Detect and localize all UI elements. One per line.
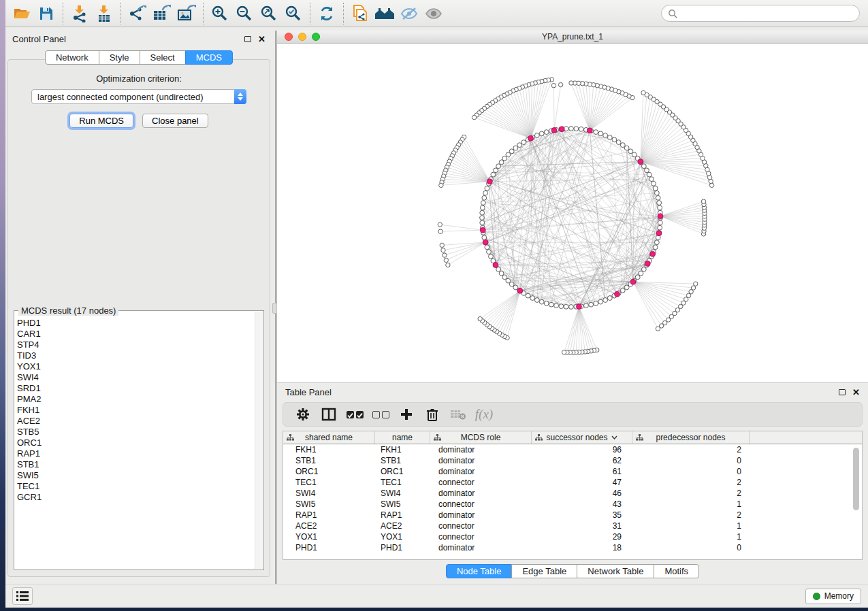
select-all-icon[interactable] [342,404,368,425]
table-row[interactable]: SWI5SWI5connector431 [283,499,862,510]
leaf-node[interactable] [569,81,573,85]
leaf-node[interactable] [439,183,443,187]
ring-node[interactable] [657,201,662,205]
ring-node[interactable] [656,195,660,200]
mcds-hub-node[interactable] [658,214,663,219]
table-scrollbar-thumb[interactable] [853,448,859,510]
mcds-hub-node[interactable] [645,261,650,267]
ring-node[interactable] [641,164,646,169]
ring-node[interactable] [499,160,504,165]
ring-node[interactable] [654,191,659,195]
ring-node[interactable] [607,296,612,301]
close-table-panel-icon[interactable]: ✕ [852,388,860,397]
mcds-hub-node[interactable] [480,227,485,233]
result-scrollbar[interactable] [255,312,263,569]
ring-node[interactable] [526,293,530,298]
ring-node[interactable] [544,130,549,135]
result-node[interactable]: TID3 [17,350,254,361]
ring-node[interactable] [517,143,522,148]
ring-node[interactable] [559,304,564,309]
ring-node[interactable] [639,271,643,276]
result-node[interactable]: STB5 [17,427,254,437]
result-node[interactable]: CAR1 [17,329,254,340]
ring-node[interactable] [496,267,501,271]
leaf-node[interactable] [701,199,705,203]
ring-node[interactable] [509,282,514,286]
ring-node[interactable] [489,254,494,259]
ring-node[interactable] [480,220,485,225]
leaf-node[interactable] [691,286,695,290]
network-canvas[interactable] [277,44,868,382]
ring-node[interactable] [574,127,579,131]
refresh-layout-icon[interactable] [315,3,339,24]
table-tab-edge-table[interactable]: Edge Table [511,564,577,578]
ring-node[interactable] [506,278,511,283]
ring-node[interactable] [620,288,625,293]
function-builder-icon[interactable]: f(x) [471,404,497,425]
mcds-hub-node[interactable] [638,159,643,165]
leaf-node[interactable] [641,90,645,95]
leaf-node[interactable] [562,350,566,354]
clone-network-icon[interactable] [348,3,372,24]
ring-node[interactable] [653,245,658,250]
table-row[interactable]: RAP1RAP1dominator352 [283,510,862,521]
result-node[interactable]: FKH1 [17,405,254,416]
ring-node[interactable] [487,250,492,254]
table-row[interactable]: PHD1PHD1dominator180 [283,542,862,553]
hide-selected-icon[interactable] [397,3,421,24]
mcds-hub-node[interactable] [487,179,492,184]
table-row[interactable]: YOX1YOX1connector291 [283,531,862,542]
ring-node[interactable] [482,235,487,240]
ring-node[interactable] [658,225,662,230]
export-table-icon[interactable] [150,3,174,24]
ring-node[interactable] [564,304,568,309]
column-header-successor-nodes[interactable]: successor nodes [532,431,632,444]
ring-node[interactable] [496,164,501,169]
ring-node[interactable] [612,137,617,142]
column-header-predecessor-nodes[interactable]: predecessor nodes [632,431,750,444]
ring-node[interactable] [607,135,612,140]
ring-node[interactable] [491,172,496,177]
leaf-node[interactable] [709,183,713,187]
network-graph[interactable] [277,44,868,382]
mcds-hub-node[interactable] [483,240,488,245]
table-row[interactable]: FKH1FKH1dominator962 [283,444,862,455]
ring-node[interactable] [483,191,488,195]
ring-node[interactable] [589,302,594,307]
table-tab-node-table[interactable]: Node Table [446,564,513,578]
mcds-hub-node[interactable] [528,135,534,141]
ring-node[interactable] [645,168,649,173]
ring-node[interactable] [658,205,662,210]
ring-node[interactable] [649,177,654,182]
import-network-icon[interactable] [67,3,92,24]
zoom-fit-icon[interactable] [257,3,281,24]
leaf-node[interactable] [438,222,442,227]
result-node[interactable]: ORC1 [17,437,254,448]
column-header-shared-name[interactable]: shared name [283,431,375,444]
table-row[interactable]: STB1STB1dominator620 [283,455,862,466]
mcds-hub-node[interactable] [493,263,498,268]
ring-node[interactable] [513,285,518,290]
table-tab-network-table[interactable]: Network Table [577,564,654,578]
ring-node[interactable] [603,133,608,138]
leaf-node[interactable] [478,316,482,320]
ring-node[interactable] [554,303,559,308]
memory-button[interactable]: Memory [805,589,861,604]
ring-node[interactable] [598,299,603,304]
ring-node[interactable] [654,240,659,245]
zoom-out-icon[interactable] [232,3,257,24]
zoom-selected-icon[interactable] [281,3,306,24]
criterion-select[interactable]: largest connected component (undirected) [31,89,246,104]
leaf-node[interactable] [441,248,445,252]
ring-node[interactable] [509,149,514,154]
ring-node[interactable] [569,127,574,131]
zoom-in-icon[interactable] [208,3,232,24]
ring-node[interactable] [616,140,621,145]
delete-column-icon[interactable] [419,404,445,425]
ring-node[interactable] [502,275,507,280]
mcds-hub-node[interactable] [577,304,582,310]
table-row[interactable]: TEC1TEC1connector472 [283,477,862,488]
leaf-node[interactable] [551,83,556,87]
column-header-name[interactable]: name [375,431,430,444]
network-frame-titlebar[interactable]: YPA_prune.txt_1 [277,31,868,44]
